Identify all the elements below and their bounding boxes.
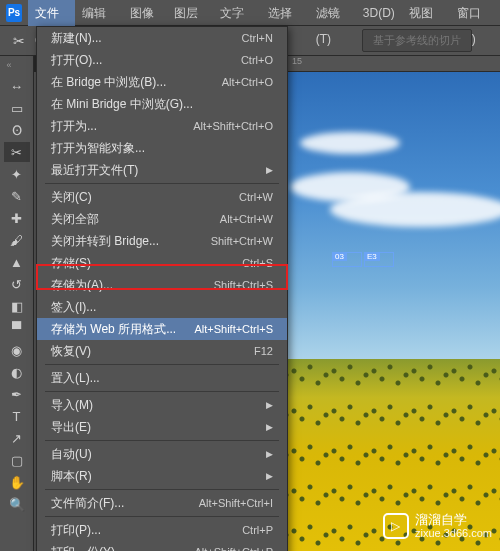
menu-separator: [45, 391, 279, 392]
dodge-tool-icon[interactable]: ◐: [4, 362, 30, 382]
menu-entry[interactable]: 文件简介(F)...Alt+Shift+Ctrl+I: [37, 492, 287, 514]
slice-label: 03: [332, 252, 347, 261]
menu-entry-label: 导出(E): [51, 419, 91, 436]
menu-item[interactable]: 编辑(E): [75, 0, 123, 26]
menu-entry[interactable]: 脚本(R)▶: [37, 465, 287, 487]
menu-separator: [45, 364, 279, 365]
tool-panel: « ↔ ▭ ʘ ✂ ✦ ✎ ✚ 🖌 ▲ ↺ ◧ ▀ ◉ ◐ ✒ T ↗ ▢ ✋ …: [0, 56, 34, 551]
menu-entry[interactable]: 关闭(C)Ctrl+W: [37, 186, 287, 208]
heal-tool-icon[interactable]: ✚: [4, 208, 30, 228]
menu-entry-label: 恢复(V): [51, 343, 91, 360]
menu-entry-shortcut: Alt+Ctrl+O: [222, 76, 273, 88]
menu-entry[interactable]: 关闭并转到 Bridge...Shift+Ctrl+W: [37, 230, 287, 252]
menu-entry[interactable]: 打印一份(Y)Alt+Shift+Ctrl+P: [37, 541, 287, 551]
menu-item[interactable]: 滤镜(T): [309, 0, 356, 26]
menu-item[interactable]: 文字(Y): [213, 0, 261, 26]
watermark-url: zixue.3d66.com: [415, 527, 492, 539]
menu-entry-label: 存储(S): [51, 255, 91, 272]
menu-entry-label: 存储为(A)...: [51, 277, 113, 294]
menu-entry-shortcut: Alt+Shift+Ctrl+S: [194, 323, 273, 335]
lasso-tool-icon[interactable]: ʘ: [4, 120, 30, 140]
file-menu-dropdown: 新建(N)...Ctrl+N打开(O)...Ctrl+O在 Bridge 中浏览…: [36, 26, 288, 551]
menu-item[interactable]: 选择(S): [261, 0, 309, 26]
menu-entry[interactable]: 打印(P)...Ctrl+P: [37, 519, 287, 541]
menu-entry-label: 自动(U): [51, 446, 92, 463]
menu-item[interactable]: 文件(F): [28, 0, 75, 26]
app-logo: Ps: [6, 4, 22, 22]
menu-item[interactable]: 图像(I): [123, 0, 167, 26]
type-tool-icon[interactable]: T: [4, 406, 30, 426]
menu-entry-shortcut: Alt+Shift+Ctrl+P: [194, 546, 273, 551]
collapse-icon[interactable]: «: [7, 60, 27, 72]
menu-entry-label: 文件简介(F)...: [51, 495, 124, 512]
slice-label: E3: [364, 252, 380, 261]
menu-entry[interactable]: 置入(L)...: [37, 367, 287, 389]
history-tool-icon[interactable]: ↺: [4, 274, 30, 294]
cloud: [330, 192, 500, 227]
eyedropper-tool-icon[interactable]: ✎: [4, 186, 30, 206]
blur-tool-icon[interactable]: ◉: [4, 340, 30, 360]
menu-entry[interactable]: 新建(N)...Ctrl+N: [37, 27, 287, 49]
brush-tool-icon[interactable]: 🖌: [4, 230, 30, 250]
menu-entry-shortcut: Ctrl+W: [239, 191, 273, 203]
menu-entry[interactable]: 打开(O)...Ctrl+O: [37, 49, 287, 71]
submenu-arrow-icon: ▶: [266, 471, 273, 481]
gradient-tool-icon[interactable]: ▀: [4, 318, 30, 338]
menu-entry[interactable]: 打开为...Alt+Shift+Ctrl+O: [37, 115, 287, 137]
menu-item[interactable]: 图层(L): [167, 0, 214, 26]
guide-slice-button[interactable]: 基于参考线的切片: [362, 29, 472, 52]
menu-entry-label: 导入(M): [51, 397, 93, 414]
menu-entry[interactable]: 导出(E)▶: [37, 416, 287, 438]
shape-tool-icon[interactable]: ▢: [4, 450, 30, 470]
menu-entry-label: 打印(P)...: [51, 522, 101, 539]
menu-entry-label: 存储为 Web 所用格式...: [51, 321, 176, 338]
submenu-arrow-icon: ▶: [266, 165, 273, 175]
slice-tool-icon: ✂: [8, 30, 30, 52]
move-tool-icon[interactable]: ↔: [4, 76, 30, 96]
menu-separator: [45, 516, 279, 517]
path-tool-icon[interactable]: ↗: [4, 428, 30, 448]
menu-item[interactable]: 3D(D): [356, 0, 402, 26]
menu-entry-shortcut: Ctrl+S: [242, 257, 273, 269]
menu-entry[interactable]: 在 Mini Bridge 中浏览(G)...: [37, 93, 287, 115]
menu-entry-label: 关闭全部: [51, 211, 99, 228]
menu-entry[interactable]: 关闭全部Alt+Ctrl+W: [37, 208, 287, 230]
menu-separator: [45, 440, 279, 441]
submenu-arrow-icon: ▶: [266, 400, 273, 410]
menu-entry-shortcut: Alt+Shift+Ctrl+O: [193, 120, 273, 132]
menu-item[interactable]: 视图(V): [402, 0, 450, 26]
menu-entry-shortcut: Ctrl+N: [242, 32, 273, 44]
eraser-tool-icon[interactable]: ◧: [4, 296, 30, 316]
menu-entry-label: 关闭并转到 Bridge...: [51, 233, 159, 250]
menu-entry[interactable]: 恢复(V)F12: [37, 340, 287, 362]
menu-entry[interactable]: 自动(U)▶: [37, 443, 287, 465]
submenu-arrow-icon: ▶: [266, 449, 273, 459]
menu-item[interactable]: 窗口(W): [450, 0, 501, 26]
zoom-tool-icon[interactable]: 🔍: [4, 494, 30, 514]
menu-entry-label: 新建(N)...: [51, 30, 102, 47]
menu-entry[interactable]: 存储为(A)...Shift+Ctrl+S: [37, 274, 287, 296]
pen-tool-icon[interactable]: ✒: [4, 384, 30, 404]
menu-entry[interactable]: 在 Bridge 中浏览(B)...Alt+Ctrl+O: [37, 71, 287, 93]
submenu-arrow-icon: ▶: [266, 422, 273, 432]
menu-entry[interactable]: 签入(I)...: [37, 296, 287, 318]
menu-entry[interactable]: 存储(S)Ctrl+S: [37, 252, 287, 274]
menu-bar: Ps 文件(F)编辑(E)图像(I)图层(L)文字(Y)选择(S)滤镜(T)3D…: [0, 0, 500, 26]
menu-entry-label: 打开为智能对象...: [51, 140, 145, 157]
stamp-tool-icon[interactable]: ▲: [4, 252, 30, 272]
menu-entry[interactable]: 最近打开文件(T)▶: [37, 159, 287, 181]
hand-tool-icon[interactable]: ✋: [4, 472, 30, 492]
menu-entry-label: 打开为...: [51, 118, 97, 135]
menu-entry-label: 置入(L)...: [51, 370, 100, 387]
slice-marker[interactable]: E3: [364, 252, 394, 267]
watermark: ▷ 溜溜自学 zixue.3d66.com: [383, 513, 492, 539]
menu-entry[interactable]: 导入(M)▶: [37, 394, 287, 416]
watermark-brand: 溜溜自学: [415, 513, 492, 527]
slice-marker[interactable]: 03: [332, 252, 362, 267]
marquee-tool-icon[interactable]: ▭: [4, 98, 30, 118]
crop-tool-icon[interactable]: ✂: [4, 142, 30, 162]
menu-entry-shortcut: Alt+Ctrl+W: [220, 213, 273, 225]
wand-tool-icon[interactable]: ✦: [4, 164, 30, 184]
menu-entry[interactable]: 打开为智能对象...: [37, 137, 287, 159]
menu-entry[interactable]: 存储为 Web 所用格式...Alt+Shift+Ctrl+S: [37, 318, 287, 340]
